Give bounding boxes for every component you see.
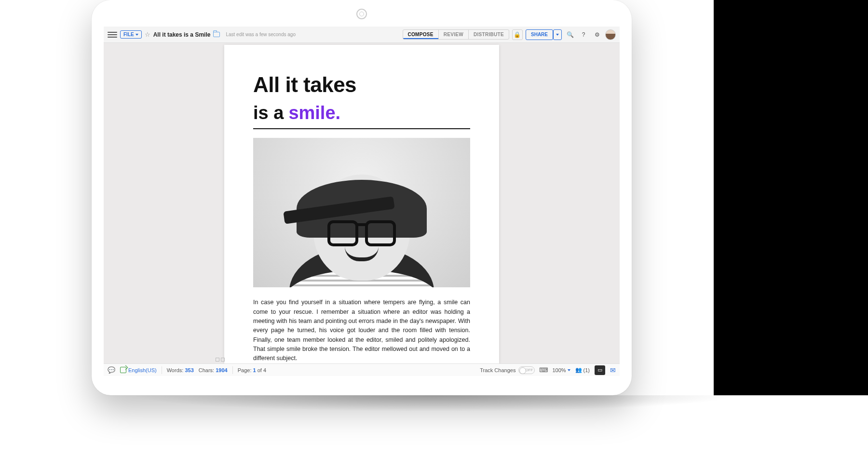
track-changes-label: Track Changes — [480, 367, 515, 373]
language-label: English(US) — [128, 367, 157, 373]
app-screen: FILE ☆ All it takes is a Smile Last edit… — [104, 27, 620, 376]
document-page[interactable]: All it takes is a smile. — [224, 45, 499, 363]
keyboard-icon[interactable]: ⌨ — [540, 366, 547, 374]
star-icon[interactable]: ☆ — [145, 31, 150, 38]
top-toolbar: FILE ☆ All it takes is a Smile Last edit… — [104, 27, 620, 43]
last-edit-status: Last edit was a few seconds ago — [226, 32, 296, 37]
heading-line-2b[interactable]: smile. — [288, 103, 340, 123]
track-changes-toggle[interactable]: Track Changes OFF — [480, 366, 535, 374]
language-selector[interactable]: English(US) — [120, 367, 157, 373]
file-label: FILE — [123, 32, 134, 37]
chevron-down-icon — [136, 34, 138, 36]
tab-distribute[interactable]: DISTRIBUTE — [468, 30, 509, 39]
menu-icon[interactable] — [108, 30, 117, 40]
share-dropdown[interactable] — [553, 29, 562, 40]
collaborator-count: (1) — [583, 367, 590, 373]
heading-line-2a[interactable]: is a — [253, 103, 284, 123]
document-canvas[interactable]: All it takes is a smile. — [104, 43, 620, 363]
chevron-down-icon — [568, 369, 570, 371]
toggle-off-icon[interactable]: OFF — [518, 366, 535, 374]
help-icon[interactable]: ? — [578, 29, 589, 40]
zoom-selector[interactable]: 100% — [552, 367, 570, 373]
status-bar: 💬 English(US) Words: 353 Chars: 1904 Pag… — [104, 363, 620, 376]
comment-icon[interactable]: 💬 — [108, 366, 115, 374]
tab-review[interactable]: REVIEW — [438, 30, 468, 39]
heading-rule — [253, 128, 470, 129]
backdrop-panel — [714, 0, 868, 395]
page-indicator[interactable]: Page: 1 of 4 — [238, 367, 266, 373]
people-icon: 👥 — [575, 367, 582, 373]
user-avatar[interactable] — [605, 29, 616, 40]
zoom-value: 100% — [552, 367, 566, 373]
mode-switcher: COMPOSE REVIEW DISTRIBUTE — [403, 29, 509, 40]
collaborators-button[interactable]: 👥 (1) — [575, 367, 590, 373]
feedback-icon[interactable]: ✉ — [610, 366, 616, 374]
spellcheck-icon — [120, 367, 126, 373]
share-button[interactable]: SHARE — [526, 29, 553, 40]
tab-compose[interactable]: COMPOSE — [403, 30, 438, 39]
word-count[interactable]: Words: 353 — [167, 367, 194, 373]
laptop-shadow — [5, 395, 863, 434]
heading-line-1[interactable]: All it takes — [253, 74, 470, 96]
document-body-text[interactable]: In case you find yourself in a situation… — [253, 298, 470, 363]
document-title[interactable]: All it takes is a Smile — [153, 31, 211, 38]
lock-icon[interactable]: 🔒 — [512, 29, 523, 40]
settings-icon[interactable]: ⚙ — [592, 29, 602, 40]
char-count[interactable]: Chars: 1904 — [199, 367, 228, 373]
document-image[interactable] — [253, 138, 470, 287]
page-handles-icon[interactable] — [216, 358, 225, 362]
webcam-icon — [356, 9, 367, 19]
share-label: SHARE — [531, 32, 548, 37]
file-menu-button[interactable]: FILE — [120, 30, 142, 39]
search-icon[interactable]: 🔍 — [565, 29, 575, 40]
laptop-frame: FILE ☆ All it takes is a Smile Last edit… — [92, 0, 632, 395]
reading-view-button[interactable]: ▭ — [595, 365, 605, 375]
folder-icon[interactable] — [213, 32, 220, 37]
chevron-down-icon — [556, 34, 559, 36]
